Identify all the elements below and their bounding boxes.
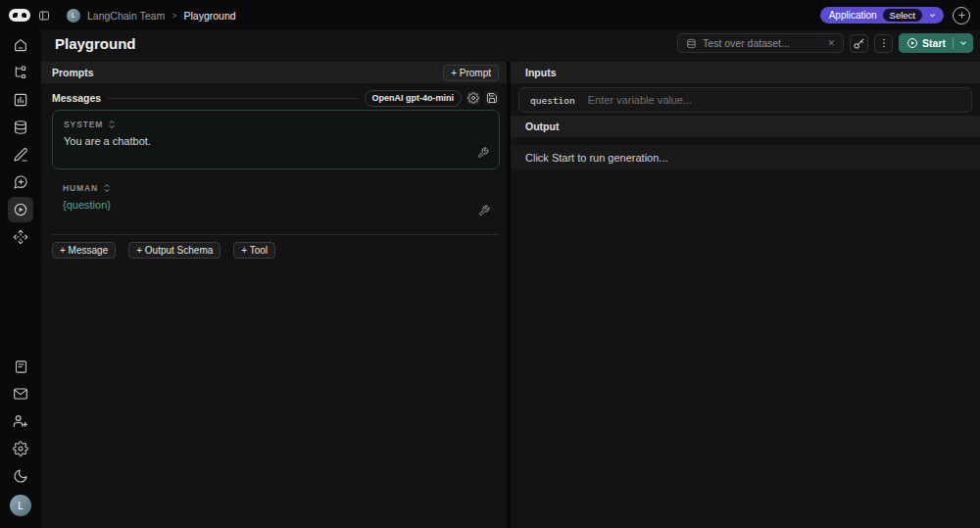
docs-file-icon[interactable]: [8, 354, 33, 379]
divider: [52, 234, 500, 235]
human-message-text[interactable]: {question}: [63, 199, 489, 211]
messages-divider: [108, 98, 357, 99]
application-label: Application: [829, 10, 877, 21]
messages-label: Messages: [52, 92, 101, 104]
add-tool-button[interactable]: + Tool: [233, 242, 275, 259]
prompt-canvas-wrench-icon[interactable]: [475, 202, 493, 219]
prompt-panel: Prompts + Prompt Messages OpenAI gpt-4o-…: [41, 62, 511, 528]
save-prompt-icon[interactable]: [485, 91, 499, 105]
settings-gear-icon[interactable]: [8, 436, 33, 461]
page-title: Playground: [55, 35, 136, 52]
api-key-button[interactable]: [850, 34, 868, 53]
start-label: Start: [922, 37, 946, 49]
human-message[interactable]: HUMAN {question}: [52, 177, 500, 226]
output-empty-message: Click Start to run generation...: [511, 145, 980, 169]
user-avatar[interactable]: L: [10, 495, 31, 516]
dataset-icon: [686, 38, 697, 49]
dashboard-icon[interactable]: [8, 87, 33, 113]
langsmith-logo-icon[interactable]: [9, 9, 30, 22]
dark-mode-moon-icon[interactable]: [8, 463, 33, 489]
prompt-canvas-wrench-icon[interactable]: [474, 144, 492, 162]
home-icon[interactable]: [8, 32, 33, 58]
role-toggle-icon[interactable]: [103, 183, 111, 193]
prompts-pencil-icon[interactable]: [8, 142, 33, 168]
add-prompt-button[interactable]: + Prompt: [443, 65, 499, 81]
topbar: L LangChain Team > Playground Applicatio…: [0, 0, 980, 30]
breadcrumb-page[interactable]: Playground: [183, 10, 235, 22]
system-message[interactable]: SYSTEM You are a chatbot.: [52, 110, 500, 169]
run-panel: Inputs question Enter variable value... …: [511, 62, 980, 528]
add-button[interactable]: [953, 7, 970, 24]
application-value[interactable]: Select: [883, 9, 922, 22]
datasets-icon[interactable]: [8, 115, 33, 140]
variable-input-row[interactable]: question Enter variable value...: [518, 87, 972, 113]
model-settings-gear-icon[interactable]: [466, 91, 480, 105]
variable-value-input[interactable]: Enter variable value...: [588, 94, 692, 106]
invite-user-icon[interactable]: [8, 408, 33, 434]
application-select[interactable]: Application Select: [820, 7, 944, 24]
dataset-placeholder: Test over dataset...: [703, 37, 790, 49]
playground-play-icon[interactable]: [8, 197, 33, 222]
add-output-schema-button[interactable]: + Output Schema: [128, 242, 220, 259]
deployments-move-icon[interactable]: [8, 224, 33, 250]
prompts-header: Prompts + Prompt: [41, 62, 507, 83]
role-toggle-icon[interactable]: [108, 120, 116, 129]
breadcrumb-separator: >: [172, 11, 176, 21]
variable-name: question: [530, 95, 575, 106]
start-dropdown[interactable]: [954, 38, 973, 48]
model-select-button[interactable]: OpenAI gpt-4o-mini: [365, 90, 463, 107]
system-role-label[interactable]: SYSTEM: [64, 120, 103, 129]
prompts-header-label: Prompts: [52, 67, 94, 78]
sidebar-toggle-icon[interactable]: [38, 10, 50, 22]
inputs-header-label: Inputs: [525, 67, 557, 78]
test-over-dataset-input[interactable]: Test over dataset... ✕: [677, 33, 844, 53]
breadcrumb: L LangChain Team > Playground: [67, 9, 236, 23]
output-header: Output: [511, 116, 980, 137]
chevron-down-icon: [928, 11, 937, 20]
breadcrumb-team[interactable]: LangChain Team: [87, 10, 165, 22]
clear-dataset-icon[interactable]: ✕: [828, 38, 836, 48]
trace-tree-icon[interactable]: [8, 60, 33, 85]
add-message-button[interactable]: + Message: [52, 242, 116, 259]
system-message-text[interactable]: You are a chatbot.: [64, 135, 488, 147]
inputs-header: Inputs: [511, 62, 980, 83]
human-role-label[interactable]: HUMAN: [63, 183, 98, 193]
output-header-label: Output: [525, 120, 559, 132]
more-options-button[interactable]: [874, 34, 893, 53]
play-icon: [906, 37, 918, 49]
team-avatar[interactable]: L: [67, 9, 80, 23]
annotation-chat-icon[interactable]: [8, 169, 33, 195]
main-content: Playground Test over dataset... ✕ Start: [41, 30, 980, 528]
left-rail: L: [0, 30, 41, 528]
start-button[interactable]: Start: [899, 33, 973, 53]
mail-icon[interactable]: [8, 381, 33, 407]
